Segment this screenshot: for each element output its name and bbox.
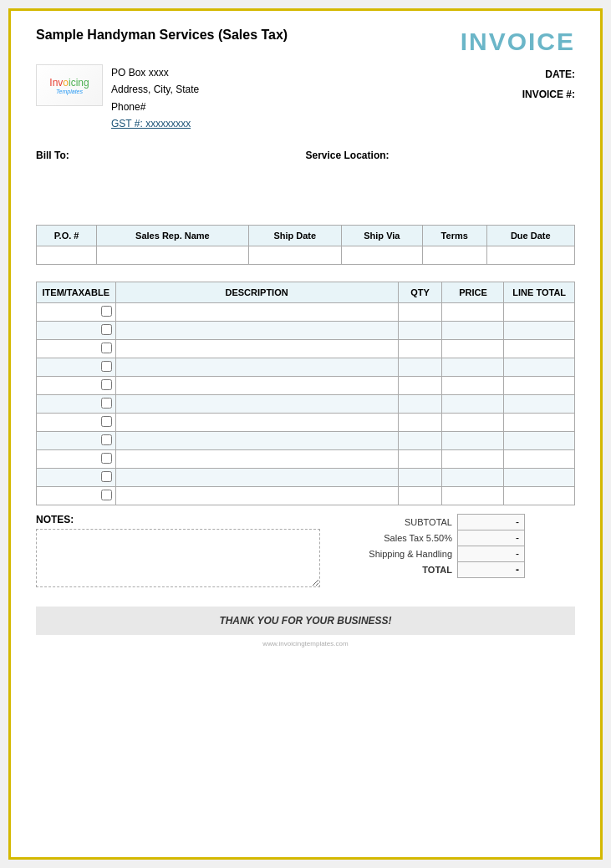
date-invoice-area: DATE: INVOICE #:	[522, 64, 575, 104]
taxable-checkbox[interactable]	[101, 306, 112, 317]
order-col-due-date: Due Date	[486, 225, 574, 246]
order-shipdate-value[interactable]	[248, 246, 341, 264]
taxable-checkbox[interactable]	[101, 434, 112, 445]
logo-icing-text: icing	[69, 77, 89, 89]
service-location-section: Service Location:	[306, 150, 576, 216]
bill-to-section: Bill To:	[36, 150, 306, 216]
notes-label: NOTES:	[36, 514, 320, 525]
line-total-cell	[504, 449, 575, 468]
company-row: Invoicing Templates PO Box xxxx Address,…	[36, 64, 575, 133]
items-col-description: DESCRIPTION	[115, 282, 398, 302]
taxable-checkbox[interactable]	[101, 416, 112, 427]
table-row	[37, 394, 575, 413]
taxable-checkbox[interactable]	[101, 453, 112, 464]
item-taxable-cell[interactable]	[37, 358, 116, 376]
order-salesrep-value[interactable]	[97, 246, 249, 264]
price-cell[interactable]	[442, 449, 504, 468]
item-taxable-cell[interactable]	[37, 449, 116, 468]
item-taxable-cell[interactable]	[37, 413, 116, 431]
shipping-label: Shipping & Handling	[358, 546, 458, 561]
qty-cell[interactable]	[398, 376, 442, 394]
thank-you-text: THANK YOU FOR YOUR BUSINESS!	[219, 615, 391, 627]
price-cell[interactable]	[442, 321, 504, 339]
qty-cell[interactable]	[398, 394, 442, 413]
taxable-checkbox[interactable]	[101, 324, 112, 335]
taxable-checkbox[interactable]	[101, 490, 112, 500]
price-cell[interactable]	[442, 339, 504, 358]
qty-cell[interactable]	[398, 431, 442, 449]
price-cell[interactable]	[442, 358, 504, 376]
qty-cell[interactable]	[398, 321, 442, 339]
description-cell[interactable]	[115, 468, 398, 486]
notes-totals-row: NOTES: SUBTOTAL - Sales Tax 5.50% - Ship…	[36, 514, 575, 590]
items-col-item-taxable: ITEM/TAXABLE	[37, 282, 116, 302]
table-row	[37, 413, 575, 431]
line-total-cell	[504, 376, 575, 394]
qty-cell[interactable]	[398, 468, 442, 486]
table-row	[37, 449, 575, 468]
item-taxable-cell[interactable]	[37, 468, 116, 486]
footer-bar: THANK YOU FOR YOUR BUSINESS!	[36, 607, 575, 635]
qty-cell[interactable]	[398, 302, 442, 321]
description-cell[interactable]	[115, 431, 398, 449]
line-total-cell	[504, 321, 575, 339]
price-cell[interactable]	[442, 376, 504, 394]
gst-link[interactable]: GST #: xxxxxxxxx	[111, 118, 191, 129]
item-taxable-cell[interactable]	[37, 321, 116, 339]
line-total-cell	[504, 431, 575, 449]
taxable-checkbox[interactable]	[101, 398, 112, 409]
description-cell[interactable]	[115, 339, 398, 358]
order-terms-value[interactable]	[422, 246, 486, 264]
item-taxable-cell[interactable]	[37, 486, 116, 505]
line-total-cell	[504, 394, 575, 413]
totals-table: SUBTOTAL - Sales Tax 5.50% - Shipping & …	[358, 514, 525, 578]
order-shipvia-value[interactable]	[341, 246, 422, 264]
taxable-checkbox[interactable]	[101, 361, 112, 372]
qty-cell[interactable]	[398, 486, 442, 505]
qty-cell[interactable]	[398, 339, 442, 358]
notes-input[interactable]	[36, 529, 320, 587]
qty-cell[interactable]	[398, 449, 442, 468]
table-row	[37, 339, 575, 358]
order-col-sales-rep: Sales Rep. Name	[97, 225, 249, 246]
table-row	[37, 486, 575, 505]
order-duedate-value[interactable]	[486, 246, 574, 264]
description-cell[interactable]	[115, 358, 398, 376]
description-cell[interactable]	[115, 321, 398, 339]
logo-o-text: o	[63, 77, 69, 89]
logo-area: Invoicing Templates PO Box xxxx Address,…	[36, 64, 199, 133]
description-cell[interactable]	[115, 376, 398, 394]
invoice-word: INVOICE	[461, 28, 575, 56]
qty-cell[interactable]	[398, 358, 442, 376]
company-phone: Phone#	[111, 99, 199, 115]
description-cell[interactable]	[115, 449, 398, 468]
price-cell[interactable]	[442, 468, 504, 486]
company-address: Address, City, State	[111, 81, 199, 98]
qty-cell[interactable]	[398, 413, 442, 431]
line-total-cell	[504, 486, 575, 505]
price-cell[interactable]	[442, 394, 504, 413]
shipping-row: Shipping & Handling -	[358, 546, 525, 561]
item-taxable-cell[interactable]	[37, 376, 116, 394]
item-taxable-cell[interactable]	[37, 431, 116, 449]
description-cell[interactable]	[115, 302, 398, 321]
line-total-cell	[504, 468, 575, 486]
description-cell[interactable]	[115, 413, 398, 431]
item-taxable-cell[interactable]	[37, 339, 116, 358]
price-cell[interactable]	[442, 486, 504, 505]
watermark: www.invoicingtemplates.com	[36, 640, 575, 647]
date-label: DATE:	[522, 64, 575, 84]
order-po-value[interactable]	[37, 246, 97, 264]
item-taxable-cell[interactable]	[37, 302, 116, 321]
description-cell[interactable]	[115, 486, 398, 505]
taxable-checkbox[interactable]	[101, 343, 112, 353]
logo: Invoicing Templates	[36, 64, 103, 106]
price-cell[interactable]	[442, 302, 504, 321]
description-cell[interactable]	[115, 394, 398, 413]
taxable-checkbox[interactable]	[101, 471, 112, 482]
item-taxable-cell[interactable]	[37, 394, 116, 413]
taxable-checkbox[interactable]	[101, 379, 112, 390]
price-cell[interactable]	[442, 413, 504, 431]
price-cell[interactable]	[442, 431, 504, 449]
items-table: ITEM/TAXABLE DESCRIPTION QTY PRICE LINE …	[36, 282, 575, 505]
